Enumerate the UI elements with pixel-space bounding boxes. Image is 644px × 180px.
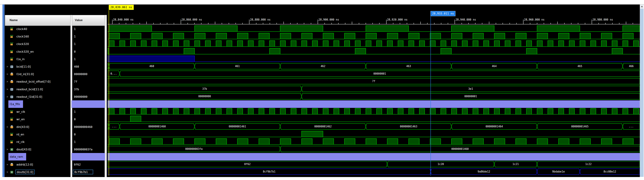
ruler-time-label: 28,960.000 ns: [524, 18, 544, 21]
wave-row-clock40[interactable]: [108, 26, 640, 31]
wave-row-readout_bcid_offset[7:0][interactable]: 7f: [108, 78, 640, 84]
expand-arrow-icon[interactable]: >: [7, 126, 8, 128]
ruler-tick: [489, 22, 489, 24]
wave-row-bcid[11:0][interactable]: 460461462463464465466: [108, 63, 640, 69]
wave-row-addrb[12:0][interactable]: 0f621c201c211c22: [108, 161, 640, 167]
expand-arrow-icon[interactable]: >: [7, 65, 8, 68]
wave-high-pulse: [270, 48, 280, 54]
scrollbar-up-button[interactable]: [640, 4, 644, 8]
ruler-tick: [242, 23, 243, 24]
wave-row-wr_en[interactable]: [108, 116, 640, 122]
bus-value-label: 00000000: [198, 95, 211, 98]
wave-row-l1a_fifo[interactable]: [108, 100, 640, 108]
signal-row-l1a_fifo[interactable]: l1a_fifo: [4, 100, 107, 108]
ruler-time-label: 28,980.000 ns: [592, 18, 613, 21]
wave-high-pulse: [130, 108, 136, 114]
signal-row-doutb[31:0][interactable]: >doutb[31:0]8cf9b7b1: [4, 168, 107, 176]
wave-high-pulse: [226, 108, 232, 114]
secondary-cursor-flag[interactable]: 28,933.011 ns: [430, 11, 456, 16]
signal-value: 00000000460: [73, 125, 94, 129]
bus-value-label: 465: [578, 65, 582, 68]
signal-name: clock40: [15, 27, 28, 31]
ruler-tick: [605, 23, 606, 24]
wave-high-pulse: [141, 41, 146, 46]
wave-high-pulse: [109, 26, 152, 31]
wave-row-clock320_en[interactable]: [108, 48, 640, 54]
ruler-tick: [304, 23, 304, 24]
wave-high-pulse: [473, 108, 478, 114]
signal-row-addrb[12:0][interactable]: >addrb[12:0]0f62: [4, 161, 107, 168]
scalar-icon: [10, 133, 14, 136]
signal-value: 7f: [73, 79, 78, 83]
ruler-tick: [537, 23, 537, 24]
expand-arrow-icon[interactable]: >: [7, 163, 8, 166]
signal-row-clock320[interactable]: clock3201: [4, 40, 107, 48]
expand-arrow-icon[interactable]: >: [7, 80, 8, 83]
signal-row-clock160[interactable]: clock1601: [4, 33, 107, 40]
signal-row-readout_bcid[11:0][interactable]: >readout_bcid[11:0]37b: [4, 85, 107, 93]
primary-cursor-flag[interactable]: 28,839.061 ns: [109, 5, 134, 10]
ruler-tick: [386, 19, 386, 24]
ruler-time-label: 28,940.000 ns: [456, 18, 476, 21]
expand-arrow-icon[interactable]: >: [7, 148, 8, 151]
ruler-tick: [441, 23, 441, 24]
wave-high-pulse: [259, 139, 270, 145]
wave-row-rd_clk[interactable]: [108, 139, 640, 145]
signal-row-din[43:0][interactable]: >din[43:0]00000000460: [4, 123, 107, 131]
wave-high-pulse: [430, 139, 440, 145]
wave-row-l1a_in[interactable]: [108, 56, 640, 62]
wave-row-rd_en[interactable]: [108, 131, 640, 137]
expand-arrow-icon[interactable]: >: [7, 95, 8, 98]
signal-row-dout[43:0][interactable]: >dout[43:0]000000003fa: [4, 146, 107, 153]
bus-value-label: 1c21: [512, 163, 519, 166]
wave-row-clock160[interactable]: [108, 33, 640, 39]
signal-value: 0: [73, 132, 77, 136]
wave-high-pulse: [537, 33, 548, 39]
ruler-tick: [194, 23, 195, 24]
bus-value-label: 00000001465: [571, 125, 588, 128]
wave-row-dout[43:0][interactable]: 000000003fa00000001460: [108, 146, 640, 152]
wave-row-wr_clk[interactable]: [108, 108, 640, 114]
wave-high-pulse: [323, 108, 328, 114]
waveform-canvas[interactable]: 4604614624634644654660...000000017f37b3e…: [108, 25, 640, 177]
wave-row-readout_l1id[31:0][interactable]: 0000000000000001: [108, 93, 640, 99]
wave-row-data_ram[interactable]: [108, 153, 640, 161]
expand-arrow-icon[interactable]: >: [7, 73, 8, 75]
vertical-scrollbar[interactable]: [640, 4, 644, 177]
secondary-cursor-line[interactable]: [430, 16, 431, 176]
signal-row-wr_clk[interactable]: wr_clk1: [4, 108, 107, 115]
wave-row-clock320[interactable]: [108, 41, 640, 46]
wave-high-pulse: [302, 131, 323, 137]
signal-row-bcid[11:0][interactable]: >bcid[11:0]460: [4, 63, 107, 70]
expand-arrow-icon[interactable]: >: [7, 88, 8, 91]
signal-row-rd_clk[interactable]: rd_clk1: [4, 138, 107, 146]
primary-cursor-line[interactable]: [109, 10, 109, 176]
group-divider-label[interactable]: l1a_fifo: [8, 100, 23, 108]
signal-row-l1id_in[31:0][interactable]: >l1id_in[31:0]00000000: [4, 70, 107, 78]
signal-row-wr_en[interactable]: wr_en0: [4, 115, 107, 123]
wave-row-readout_bcid[11:0][interactable]: 37b3e1: [108, 86, 640, 92]
bus-value-label: 00000001464: [486, 125, 503, 128]
ruler-tick: [119, 23, 119, 24]
wave-row-l1id_in[31:0][interactable]: 0...00000001: [108, 71, 640, 77]
timeline-ruler[interactable]: 28,840.000 ns28,860.000 ns28,880.000 ns2…: [108, 4, 640, 24]
ruler-tick: [318, 19, 318, 24]
group-divider-label[interactable]: data_ram: [8, 153, 26, 161]
signal-row-data_ram[interactable]: data_ram: [4, 153, 107, 161]
signal-row-readout_l1id[31:0][interactable]: >readout_l1id[31:0]00000000: [4, 93, 107, 100]
signal-row-clock320_en[interactable]: clock320_en0: [4, 48, 107, 55]
wave-high-pulse: [623, 33, 633, 39]
wave-row-din[43:0][interactable]: ...0000000146000000001461000000014620000…: [108, 124, 640, 130]
signal-row-clock40[interactable]: clock401: [4, 25, 107, 33]
signal-row-readout_bcid_offset[7:0][interactable]: >readout_bcid_offset[7:0]7f: [4, 78, 107, 85]
signal-row-l1a_in[interactable]: l1a_in1: [4, 55, 107, 63]
wave-high-pulse: [526, 41, 532, 46]
wave-high-pulse: [355, 41, 360, 46]
wave-high-pulse: [366, 108, 371, 114]
signal-row-rd_en[interactable]: rd_en0: [4, 131, 107, 138]
expand-arrow-icon[interactable]: >: [7, 171, 8, 173]
signal-value: 0: [73, 49, 77, 53]
scrollbar-thumb[interactable]: [640, 9, 644, 177]
wave-high-pulse: [323, 33, 334, 39]
wave-row-doutb[31:0][interactable]: 8cf9b7b19a86de129bdabe1e8cc08e12: [108, 169, 640, 175]
